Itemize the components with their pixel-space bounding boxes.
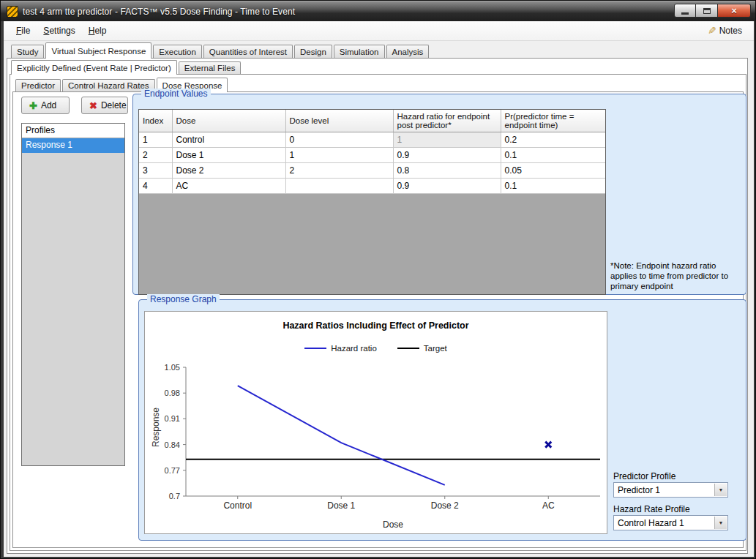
- grid-cell[interactable]: 0.9: [393, 147, 501, 162]
- chevron-down-icon: ▼: [719, 487, 724, 492]
- close-icon: ×: [731, 5, 737, 16]
- tab-execution[interactable]: Execution: [153, 45, 202, 58]
- endpoint-values-grid: Index Dose Dose level Hazard ratio for e…: [138, 109, 606, 295]
- tab-design[interactable]: Design: [294, 45, 332, 58]
- svg-text:0.98: 0.98: [165, 389, 180, 397]
- hazard-combo-button[interactable]: ▼: [714, 517, 727, 529]
- tab-simulation[interactable]: Simulation: [334, 45, 385, 58]
- grid-cell[interactable]: AC: [172, 178, 285, 193]
- tab-analysis[interactable]: Analysis: [386, 45, 430, 58]
- maximize-button[interactable]: [696, 4, 718, 18]
- svg-text:0.7: 0.7: [169, 492, 180, 500]
- tab-external-files[interactable]: External Files: [179, 61, 242, 74]
- app-icon[interactable]: [7, 6, 18, 18]
- hazard-rate-profile-value: Control Hazard 1: [618, 518, 684, 528]
- grid-cell[interactable]: Control: [172, 132, 285, 147]
- grid-cell[interactable]: 2: [285, 162, 393, 178]
- svg-text:Dose 1: Dose 1: [327, 500, 355, 511]
- svg-text:Control: Control: [223, 500, 252, 511]
- svg-text:AC: AC: [542, 500, 555, 511]
- legend-label-target: Target: [424, 344, 447, 353]
- tab-virtual-subject-response[interactable]: Virtual Subject Response: [45, 42, 151, 59]
- legend-item-hazard-ratio: Hazard ratio: [304, 344, 377, 353]
- tab-explicitly-defined[interactable]: Explicitly Defined (Event Rate | Predict…: [11, 60, 177, 75]
- client-area: File Settings Help ✎ Notes Study Virtual…: [4, 21, 754, 557]
- predictor-profile-label: Predictor Profile: [613, 471, 675, 481]
- grid-cell[interactable]: 4: [139, 178, 172, 193]
- column-header-pr: Pr(predictor time = endpoint time): [501, 110, 605, 132]
- svg-text:0.77: 0.77: [165, 466, 180, 475]
- tab-study[interactable]: Study: [11, 45, 44, 58]
- app-window: test 4 arm tte predictor - FACTS™ v5.5 D…: [0, 0, 756, 559]
- window-controls: ×: [674, 4, 751, 18]
- grid-cell[interactable]: Dose 1: [172, 147, 285, 162]
- column-header-index: Index: [139, 110, 172, 132]
- grid-cell[interactable]: 0.8: [393, 162, 501, 178]
- menu-settings[interactable]: Settings: [37, 23, 81, 39]
- titlebar[interactable]: test 4 arm tte predictor - FACTS™ v5.5 D…: [1, 1, 755, 21]
- notes-label: Notes: [719, 26, 742, 36]
- grid-row: 2 Dose 1 1 0.9 0.1: [139, 147, 605, 162]
- grid-cell[interactable]: 1: [285, 147, 393, 162]
- delete-icon: ✖: [89, 100, 97, 111]
- column-header-dose: Dose: [172, 110, 285, 132]
- grid-cell[interactable]: 0.1: [501, 147, 605, 162]
- grid-cell[interactable]: 0.05: [501, 162, 605, 178]
- grid-cell[interactable]: 1: [139, 132, 172, 147]
- main-tab-strip: Study Virtual Subject Response Execution…: [11, 42, 430, 59]
- profiles-list-header: Profiles: [22, 124, 124, 138]
- grid-cell[interactable]: Dose 2: [172, 162, 285, 178]
- add-icon: ✚: [29, 100, 37, 111]
- notes-button[interactable]: ✎ Notes: [703, 23, 746, 39]
- vsr-tab-strip: Explicitly Defined (Event Rate | Predict…: [11, 60, 242, 75]
- predictor-profile-value: Predictor 1: [618, 485, 660, 495]
- endpoint-note: *Note: Endpoint hazard ratio applies to …: [610, 261, 745, 291]
- grid-cell: 1: [393, 132, 501, 147]
- grid-cell[interactable]: 0.1: [501, 178, 605, 193]
- maximize-icon: [703, 8, 711, 14]
- predictor-combo-button[interactable]: ▼: [714, 484, 727, 496]
- add-button[interactable]: ✚ Add: [21, 97, 70, 114]
- profiles-list: Profiles Response 1: [21, 123, 125, 466]
- grid-cell[interactable]: 0.9: [393, 178, 501, 193]
- legend-item-target: Target: [397, 344, 447, 353]
- tab-quantities-of-interest[interactable]: Quantities of Interest: [203, 45, 293, 58]
- chart-x-axis-label: Dose: [186, 519, 600, 530]
- delete-button-label: Delete: [101, 100, 127, 110]
- profile-item-response-1[interactable]: Response 1: [22, 138, 124, 153]
- grid-cell[interactable]: 2: [139, 147, 172, 162]
- grid-cell[interactable]: 0: [285, 132, 393, 147]
- svg-text:0.91: 0.91: [165, 414, 180, 423]
- chart-title: Hazard Ratios Including Effect of Predic…: [145, 320, 607, 331]
- legend-swatch-hazard: [304, 348, 326, 349]
- response-graph-group-title: Response Graph: [147, 294, 220, 304]
- menu-file[interactable]: File: [10, 23, 37, 39]
- grid-cell[interactable]: 3: [139, 162, 172, 178]
- hazard-rate-profile-select[interactable]: Control Hazard 1 ▼: [613, 515, 728, 530]
- column-header-hazard-ratio: Hazard ratio for endpoint post predictor…: [393, 110, 501, 132]
- predictor-profile-select[interactable]: Predictor 1 ▼: [613, 482, 728, 498]
- window-title: test 4 arm tte predictor - FACTS™ v5.5 D…: [23, 7, 295, 17]
- chevron-down-icon: ▼: [719, 520, 724, 525]
- chart-legend: Hazard ratio Target: [145, 344, 607, 353]
- endpoint-values-group-title: Endpoint Values: [141, 89, 211, 99]
- legend-label-hazard-ratio: Hazard ratio: [331, 344, 377, 353]
- close-button[interactable]: ×: [718, 4, 751, 18]
- column-header-dose-level: Dose level: [285, 110, 393, 132]
- menu-help[interactable]: Help: [82, 23, 113, 39]
- svg-text:Dose 2: Dose 2: [431, 500, 459, 511]
- grid-row: 4 AC 0.9 0.1: [139, 178, 605, 193]
- delete-button[interactable]: ✖ Delete: [81, 97, 128, 114]
- notes-icon: ✎: [708, 25, 716, 37]
- add-button-label: Add: [41, 100, 56, 110]
- grid-row: 3 Dose 2 2 0.8 0.05: [139, 162, 605, 178]
- chart-plot-area: 0.70.770.840.910.981.05ControlDose 1Dose…: [149, 363, 606, 518]
- grid-cell[interactable]: [285, 178, 393, 193]
- grid-cell[interactable]: 0.2: [501, 132, 605, 147]
- tab-predictor[interactable]: Predictor: [15, 79, 61, 91]
- legend-swatch-target: [397, 348, 419, 349]
- grid-row: 1 Control 0 1 0.2: [139, 132, 605, 147]
- minimize-icon: [681, 12, 689, 15]
- minimize-button[interactable]: [674, 4, 696, 18]
- svg-text:0.84: 0.84: [165, 440, 180, 449]
